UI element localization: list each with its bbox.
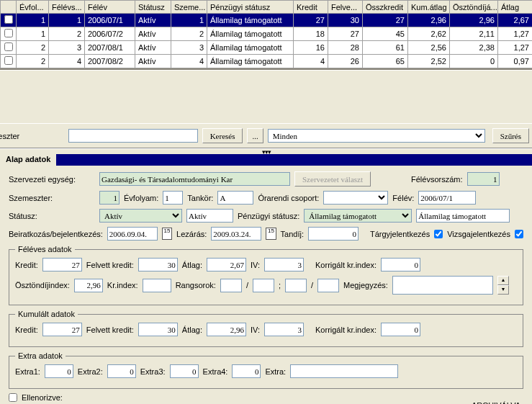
subj-label: Tárgyjelentkezés — [370, 230, 430, 238]
k-iv[interactable] — [264, 323, 304, 336]
col-header[interactable]: Státusz — [135, 1, 171, 14]
e3[interactable] — [170, 364, 199, 378]
cell: Aktív — [135, 14, 171, 27]
close-field[interactable] — [211, 227, 261, 241]
search-button[interactable]: Keresés — [202, 128, 243, 143]
search-more-button[interactable]: ... — [247, 128, 263, 143]
status2-field[interactable] — [186, 209, 233, 223]
cell: Aktív — [135, 55, 171, 68]
group-combo[interactable] — [323, 191, 388, 205]
calendar-icon[interactable]: 15 — [266, 228, 276, 240]
k-kredit[interactable] — [42, 323, 82, 336]
k-atlag[interactable] — [207, 323, 246, 336]
cell: 2,11 — [450, 27, 498, 41]
col-header[interactable]: Kredit — [294, 1, 328, 14]
scroll-down-icon[interactable]: ▼ — [497, 285, 509, 295]
col-header[interactable]: Felve... — [328, 1, 363, 14]
cell: 3 — [171, 41, 207, 55]
f-iv-label: IV: — [251, 261, 260, 269]
tank-field[interactable] — [217, 191, 253, 205]
cell: 2007/08/2 — [85, 55, 135, 68]
ellen-checkbox[interactable] — [9, 393, 17, 402]
fin-label: Pénzügyi státusz: — [238, 212, 299, 220]
semester-grid[interactable]: Évfol...Félévs...FélévStátuszSzeme...Pén… — [0, 0, 532, 70]
extra-group: Extra adatok Extra1: Extra2: Extra3: Ext… — [9, 351, 523, 389]
subj-checkbox[interactable] — [434, 230, 443, 238]
cell: 2 — [171, 27, 207, 41]
col-header[interactable]: Átlag — [498, 1, 533, 14]
cell: 0 — [450, 55, 498, 68]
f-iv[interactable] — [264, 258, 304, 271]
f-fkredit-label: Felvett kredit: — [86, 261, 134, 269]
cell: 27 — [328, 27, 363, 41]
splitter[interactable]: ▾▾▾ — [0, 148, 532, 154]
col-header[interactable]: Évfol... — [17, 1, 49, 14]
semorder-field — [467, 172, 500, 186]
status-combo[interactable]: Aktív — [99, 209, 182, 223]
year-label: Évfolyam: — [124, 194, 158, 202]
col-header[interactable]: Összkredit — [363, 1, 408, 14]
f-korr[interactable] — [381, 258, 420, 271]
org-select-button[interactable]: Szervezetet választ — [294, 171, 371, 187]
f-kri[interactable] — [143, 279, 171, 292]
cell: 0,97 — [498, 55, 533, 68]
col-header[interactable]: Félévs... — [49, 1, 85, 14]
row-checkbox[interactable] — [4, 42, 13, 51]
table-row[interactable]: 112006/07/1Aktív1Államilag támogatott273… — [1, 14, 533, 27]
fee-field[interactable] — [308, 227, 359, 241]
col-header[interactable]: Kum.átlag — [408, 1, 450, 14]
f-atlag[interactable] — [207, 258, 246, 271]
cell: 2 — [49, 27, 85, 41]
k-fkredit[interactable] — [138, 323, 178, 336]
scroll-up-icon[interactable]: ▲ — [497, 276, 509, 285]
f-kredit[interactable] — [42, 258, 82, 271]
e1[interactable] — [45, 364, 73, 378]
fin-combo[interactable]: Államilag támogatott — [304, 209, 412, 223]
cell: 1,27 — [498, 27, 533, 41]
calendar-icon[interactable]: 15 — [162, 228, 172, 240]
col-header[interactable]: Félév — [85, 1, 135, 14]
f-rang2[interactable] — [253, 279, 274, 292]
kum-group: Kumulált adatok Kredit: Felvett kredit: … — [9, 310, 523, 347]
col-header[interactable] — [1, 1, 17, 14]
f-rang3[interactable] — [285, 279, 307, 292]
table-row[interactable]: 122006/07/2Aktív2Államilag támogatott182… — [1, 27, 533, 41]
year-field[interactable] — [163, 191, 183, 205]
filter-button[interactable]: Szűrés — [492, 128, 529, 143]
sem-field — [99, 191, 120, 205]
ellen-label: Ellenorizve: — [22, 393, 63, 402]
exam-label: Vizsgajelentkezés — [447, 230, 510, 238]
fin2-field[interactable] — [416, 209, 510, 223]
search-input[interactable] — [68, 129, 197, 143]
table-row[interactable]: 242007/08/2Aktív4Államilag támogatott426… — [1, 55, 533, 68]
memo-scroll[interactable]: ▲▼ — [497, 276, 509, 295]
e4-label: Extra4: — [203, 367, 228, 376]
filter-combo[interactable]: Minden — [268, 129, 485, 143]
cell: 2,56 — [408, 41, 450, 55]
f-rang1[interactable] — [220, 279, 242, 292]
col-header[interactable]: Ösztöndíjá... — [450, 1, 498, 14]
row-checkbox[interactable] — [4, 29, 13, 37]
f-fkredit[interactable] — [138, 258, 178, 271]
table-row[interactable]: 232007/08/1Aktív3Államilag támogatott162… — [1, 41, 533, 55]
enroll-field[interactable] — [107, 227, 158, 241]
row-checkbox[interactable] — [4, 56, 13, 65]
row-checkbox[interactable] — [4, 15, 13, 24]
f-rang4[interactable] — [317, 279, 339, 292]
exam-checkbox[interactable] — [515, 230, 523, 238]
tab-alap-adatok[interactable]: Alap adatok — [0, 154, 56, 166]
search-leftlabel: emeszter — [0, 132, 19, 140]
term-field[interactable] — [418, 191, 476, 205]
e4[interactable] — [232, 364, 261, 378]
kum-legend: Kumulált adatok — [15, 310, 78, 318]
k-korr[interactable] — [381, 323, 420, 336]
f-osz[interactable] — [74, 279, 103, 292]
e2[interactable] — [107, 364, 136, 378]
col-header[interactable]: Szeme... — [171, 1, 207, 14]
k-kredit-label: Kredit: — [15, 326, 38, 334]
f-memo[interactable] — [392, 276, 493, 295]
e[interactable] — [290, 364, 398, 378]
f-kredit-label: Kredit: — [15, 261, 38, 269]
col-header[interactable]: Pénzügyi státusz — [207, 1, 294, 14]
cell: 1 — [171, 14, 207, 27]
